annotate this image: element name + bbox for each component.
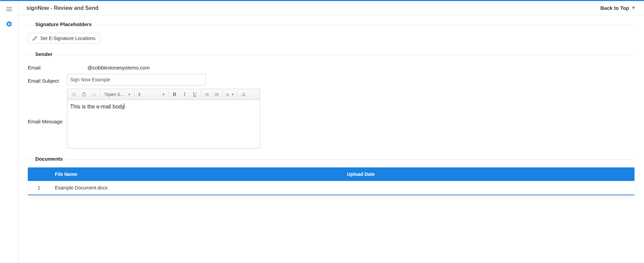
font-family-label: "Open Sa… [104,92,126,97]
label-subject: Email Subject [28,76,67,84]
row-email: Email @cobblestonesystems.com [28,63,635,70]
section-sender: Sender Email @cobblestonesystems.com Ema… [28,51,635,148]
value-email: @cobblestonesystems.com [67,63,150,70]
clipboard-icon [82,92,86,97]
font-family-select[interactable]: "Open Sa… ▼ [101,90,133,99]
svg-point-17 [215,93,215,94]
email-body-textarea[interactable]: This is the e-mail body [67,100,260,148]
svg-point-19 [215,95,215,96]
set-esignature-locations-button[interactable]: Set E-Signature Locations [28,33,100,44]
cell-index: 1 [28,181,50,195]
col-index [28,167,50,181]
svg-line-24 [244,95,245,96]
svg-text:3: 3 [205,95,205,96]
chevron-down-icon: ▼ [162,93,165,96]
font-size-label: 3 [138,92,160,97]
cut-button[interactable] [89,90,99,99]
page-title: signNow - Review and Send [26,5,600,11]
table-row[interactable]: 1 Example Document.docx [28,181,635,195]
legend-row: Sender [28,51,635,58]
hamburger-menu-icon[interactable] [6,6,13,13]
copy-button[interactable] [69,90,79,99]
col-upload-date[interactable]: Upload Date [342,167,635,181]
row-subject: Email Subject [28,74,635,85]
gear-icon[interactable] [6,21,13,27]
svg-rect-3 [73,94,76,96]
legend-sender: Sender [33,51,55,57]
label-message: Email Message [28,89,67,124]
email-body-text: This is the e-mail body [70,104,124,109]
rich-text-editor: "Open Sa… ▼ 3 ▼ B [67,89,260,148]
cell-file-name: Example Document.docx [50,181,342,195]
chevron-down-icon: ▼ [231,93,234,96]
pencil-icon [32,36,38,41]
copy-icon [71,92,76,97]
italic-button[interactable]: I [180,90,190,99]
unordered-list-icon [214,92,219,97]
svg-point-18 [215,94,215,95]
clear-formatting-button[interactable] [238,90,248,99]
label-email: Email [28,63,67,70]
col-file-name[interactable]: File Name [50,167,342,181]
content: Signature Placeholders Set E-Signature L… [18,15,644,263]
eraser-icon [241,92,246,97]
row-message: Email Message [28,89,635,148]
svg-rect-6 [83,93,85,93]
documents-table: File Name Upload Date 1 Example Document… [28,167,635,195]
ordered-list-icon: 123 [204,92,209,97]
font-color-select[interactable]: A▼ [224,90,236,99]
set-esignature-locations-label: Set E-Signature Locations [40,36,96,41]
back-to-top-link[interactable]: Back to Top [600,5,636,11]
table-body: 1 Example Document.docx [28,181,635,195]
scissors-icon [92,92,97,97]
text-cursor [124,103,124,109]
svg-rect-4 [72,93,75,95]
left-rail [0,1,18,263]
paste-button[interactable] [79,90,89,99]
chevron-down-icon: ▼ [128,93,131,96]
legend-row: Signature Placeholders [28,21,635,28]
back-to-top-label: Back to Top [600,5,629,11]
bold-button[interactable]: B [169,90,180,99]
legend-signature-placeholders: Signature Placeholders [33,21,94,27]
font-size-select[interactable]: 3 ▼ [135,90,168,99]
main: signNow - Review and Send Back to Top Si… [18,1,644,263]
email-subject-input[interactable] [67,74,206,85]
ordered-list-button[interactable]: 123 [202,90,212,99]
svg-rect-5 [83,93,85,96]
section-signature-placeholders: Signature Placeholders Set E-Signature L… [28,21,635,44]
editor-toolbar: "Open Sa… ▼ 3 ▼ B [67,89,260,100]
section-documents: Documents File Name Upload Date 1 Exampl… [28,156,635,195]
legend-documents: Documents [33,156,65,162]
topbar: signNow - Review and Send Back to Top [18,1,644,15]
cell-upload-date [342,184,635,192]
unordered-list-button[interactable] [212,90,222,99]
arrow-up-icon [631,6,636,11]
legend-row: Documents [28,156,635,163]
table-header: File Name Upload Date [28,167,635,181]
underline-button[interactable]: U [190,90,200,99]
